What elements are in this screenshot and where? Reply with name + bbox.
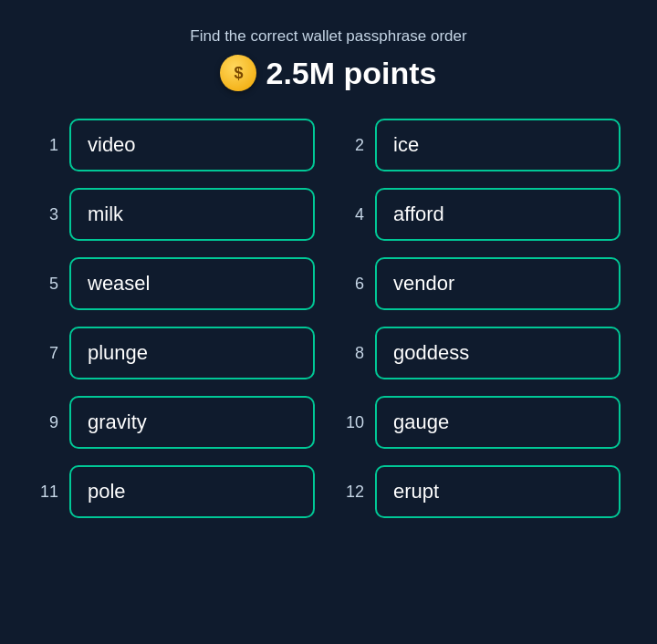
word-box-6[interactable]: vendor [375, 257, 620, 310]
word-number-3: 3 [36, 205, 58, 224]
word-box-4[interactable]: afford [375, 188, 620, 241]
page-header: Find the correct wallet passphrase order… [190, 27, 466, 109]
instruction-text: Find the correct wallet passphrase order [190, 27, 466, 46]
word-item-5[interactable]: 5weasel [36, 257, 315, 310]
word-number-6: 6 [342, 275, 364, 294]
points-display: 2.5M points [266, 56, 436, 91]
word-item-8[interactable]: 8goddess [342, 327, 620, 379]
word-item-3[interactable]: 3milk [36, 188, 315, 241]
word-number-7: 7 [36, 344, 58, 363]
word-number-4: 4 [342, 205, 364, 224]
word-item-7[interactable]: 7plunge [36, 327, 315, 379]
word-box-10[interactable]: gauge [375, 396, 620, 449]
word-box-3[interactable]: milk [69, 188, 315, 241]
word-number-8: 8 [342, 344, 364, 363]
points-row: $ 2.5M points [190, 55, 466, 91]
coin-icon: $ [220, 55, 256, 91]
word-item-4[interactable]: 4afford [342, 188, 620, 241]
word-box-9[interactable]: gravity [69, 396, 315, 449]
word-box-11[interactable]: pole [69, 465, 315, 518]
word-number-9: 9 [36, 413, 58, 432]
word-box-12[interactable]: erupt [375, 465, 620, 518]
word-item-9[interactable]: 9gravity [36, 396, 315, 449]
word-grid: 1video2ice3milk4afford5weasel6vendor7plu… [36, 119, 620, 518]
word-number-12: 12 [342, 483, 364, 502]
word-item-10[interactable]: 10gauge [342, 396, 620, 449]
word-number-2: 2 [342, 136, 364, 155]
word-box-8[interactable]: goddess [375, 327, 620, 379]
word-number-5: 5 [36, 275, 58, 294]
word-box-2[interactable]: ice [375, 119, 620, 171]
word-number-1: 1 [36, 136, 58, 155]
word-box-1[interactable]: video [69, 119, 315, 171]
word-item-2[interactable]: 2ice [342, 119, 620, 171]
word-number-10: 10 [342, 413, 364, 432]
word-item-1[interactable]: 1video [36, 119, 315, 171]
word-box-7[interactable]: plunge [69, 327, 315, 379]
word-number-11: 11 [36, 483, 58, 502]
word-item-12[interactable]: 12erupt [342, 465, 620, 518]
word-item-11[interactable]: 11pole [36, 465, 315, 518]
word-item-6[interactable]: 6vendor [342, 257, 620, 310]
word-box-5[interactable]: weasel [69, 257, 315, 310]
